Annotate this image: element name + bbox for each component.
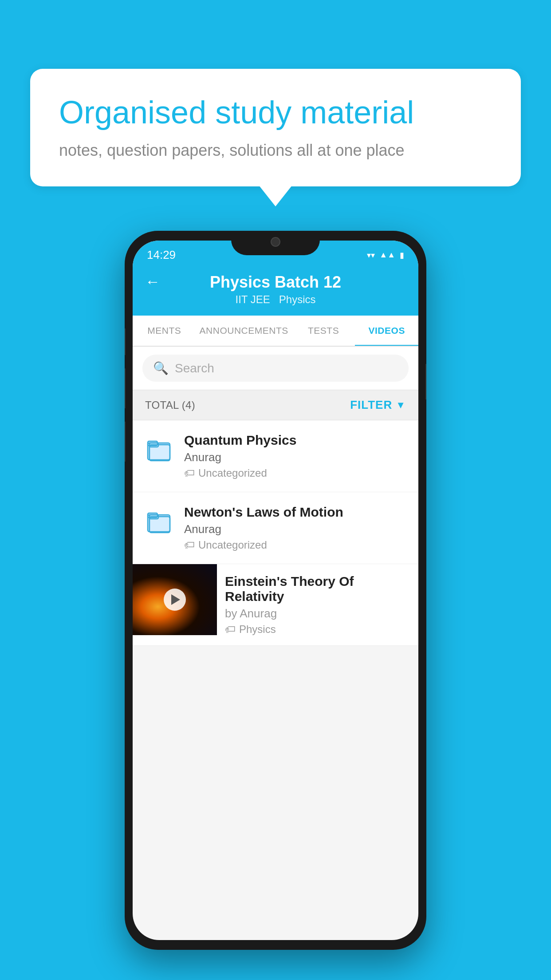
tag-label: Uncategorized [198,467,267,479]
folder-icon [145,436,173,463]
tag-icon: 🏷 [184,467,195,479]
item-author: Anurag [184,522,408,536]
status-icons: ▾▾ ▲▲ ▮ [367,250,404,260]
back-button[interactable]: ← [145,273,160,290]
total-count: TOTAL (4) [145,399,195,411]
header-tag-iitjee: IIT JEE [236,293,270,306]
header-tag-physics: Physics [279,293,316,306]
video-item-title: Einstein's Theory Of Relativity [225,574,410,604]
content-list: Quantum Physics Anurag 🏷 Uncategorized [133,420,418,646]
mute-button [125,328,126,355]
filter-button[interactable]: FILTER ▼ [350,398,406,412]
item-author: Anurag [184,450,408,464]
tab-announcements[interactable]: ANNOUNCEMENTS [196,316,292,346]
header-subtitle: IIT JEE Physics [236,293,316,306]
bubble-title: Organised study material [59,93,492,131]
bubble-subtitle: notes, question papers, solutions all at… [59,141,492,160]
tag-label: Uncategorized [198,539,267,551]
video-item-tag: 🏷 Physics [225,623,410,636]
phone-screen: 14:29 ▾▾ ▲▲ ▮ ← Physics Batch 12 IIT JEE… [133,241,418,940]
tab-ments[interactable]: MENTS [133,316,196,346]
phone-notch [231,231,320,255]
list-item[interactable]: Quantum Physics Anurag 🏷 Uncategorized [133,420,418,492]
tab-bar: MENTS ANNOUNCEMENTS TESTS VIDEOS [133,316,418,347]
item-content: Quantum Physics Anurag 🏷 Uncategorized [184,433,408,479]
tab-tests[interactable]: TESTS [292,316,355,346]
video-thumbnail [133,564,217,635]
file-icon-wrap [143,505,174,538]
item-title: Newton's Laws of Motion [184,505,408,520]
item-content: Newton's Laws of Motion Anurag 🏷 Uncateg… [184,505,408,551]
signal-icon: ▲▲ [379,250,395,260]
filter-bar: TOTAL (4) FILTER ▼ [133,390,418,420]
list-item-video[interactable]: Einstein's Theory Of Relativity by Anura… [133,564,418,646]
header-title: Physics Batch 12 [210,273,341,292]
item-tag: 🏷 Uncategorized [184,539,408,551]
video-item-author: by Anurag [225,607,410,620]
list-item[interactable]: Newton's Laws of Motion Anurag 🏷 Uncateg… [133,492,418,564]
item-tag: 🏷 Uncategorized [184,467,408,479]
wifi-icon: ▾▾ [367,250,375,260]
folder-icon [145,508,173,535]
file-icon-wrap [143,433,174,466]
battery-icon: ▮ [400,250,404,260]
status-time: 14:29 [147,248,176,262]
tag-icon: 🏷 [184,539,195,551]
power-button [425,364,426,399]
search-icon: 🔍 [153,361,169,375]
front-camera [271,237,280,247]
filter-icon: ▼ [396,399,406,411]
phone-frame: 14:29 ▾▾ ▲▲ ▮ ← Physics Batch 12 IIT JEE… [125,231,426,950]
play-triangle-icon [171,594,180,605]
play-button[interactable] [164,589,186,611]
volume-up-button [125,368,126,408]
tag-icon: 🏷 [225,623,236,636]
video-item-content: Einstein's Theory Of Relativity by Anura… [217,564,418,645]
app-header: ← Physics Batch 12 IIT JEE Physics [133,265,418,316]
tag-label: Physics [239,623,276,636]
tab-videos[interactable]: VIDEOS [355,316,418,346]
volume-down-button [125,422,126,462]
search-placeholder: Search [175,361,214,375]
search-container: 🔍 Search [133,347,418,390]
search-box[interactable]: 🔍 Search [142,355,409,382]
item-title: Quantum Physics [184,433,408,448]
speech-bubble: Organised study material notes, question… [30,69,521,186]
filter-label: FILTER [350,398,392,412]
